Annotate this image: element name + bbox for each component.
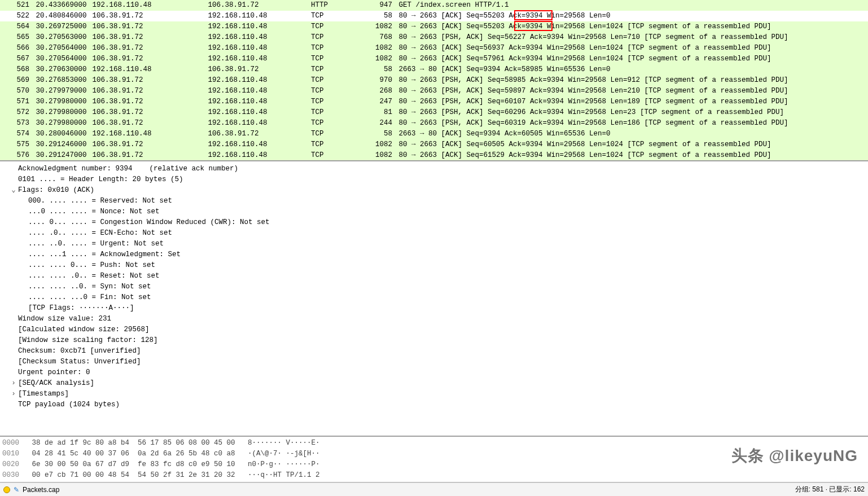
col-info: 80 → 2663 [PSH, ACK] Seq=59897 Ack=9394 …	[392, 86, 868, 96]
hex-offset: 0000	[2, 439, 32, 447]
packet-row[interactable]: 569 30.276853000 106.38.91.72 192.168.11…	[0, 75, 868, 86]
col-protocol: TCP	[300, 96, 365, 107]
col-source: 106.38.91.72	[86, 75, 201, 86]
detail-line[interactable]: [Window size scaling factor: 128]	[8, 335, 863, 346]
packet-row[interactable]: 522 20.480846000 106.38.91.72 192.168.11…	[0, 11, 868, 21]
col-info: 2663 → 80 [ACK] Seq=9394 Ack=60505 Win=6…	[392, 129, 868, 139]
detail-line[interactable]: .... .0.. .... = ECN-Echo: Not set	[8, 228, 863, 239]
detail-line[interactable]: .... 0... .... = Congestion Window Reduc…	[8, 217, 863, 228]
col-no: 567	[5, 54, 29, 64]
col-destination: 192.168.110.48	[201, 21, 300, 32]
col-protocol: TCP	[300, 75, 365, 86]
col-no: 576	[5, 150, 29, 161]
detail-line[interactable]: ...0 .... .... = Nonce: Not set	[8, 207, 863, 217]
col-time: 30.270564000	[29, 54, 86, 64]
detail-text: TCP payload (1024 bytes)	[18, 400, 120, 410]
col-destination: 192.168.110.48	[201, 118, 300, 129]
col-destination: 192.168.110.48	[201, 11, 300, 21]
detail-line[interactable]: 000. .... .... = Reserved: Not set	[8, 196, 863, 207]
col-time: 30.279980000	[29, 96, 86, 107]
packet-row[interactable]: 565 30.270563000 106.38.91.72 192.168.11…	[0, 32, 868, 43]
status-bar: ✎ Packets.cap 分组: 581 · 已显示: 162	[0, 482, 868, 496]
col-destination: 192.168.110.48	[201, 139, 300, 150]
col-info: 2663 → 80 [ACK] Seq=9394 Ack=58985 Win=6…	[392, 64, 868, 75]
col-length: 268	[365, 86, 392, 96]
col-protocol: TCP	[300, 139, 365, 150]
detail-line[interactable]: 0101 .... = Header Length: 20 bytes (5)	[8, 174, 863, 185]
hex-ascii: ·(A\@·7· ·-j&[H··	[248, 450, 320, 458]
detail-line[interactable]: [Calculated window size: 29568]	[8, 324, 863, 335]
col-no: 568	[5, 64, 29, 75]
col-protocol: TCP	[300, 86, 365, 96]
detail-line[interactable]: Window size value: 231	[8, 314, 863, 324]
col-protocol: TCP	[300, 32, 365, 43]
detail-line[interactable]: ›[SEQ/ACK analysis]	[8, 378, 863, 389]
col-length: 247	[365, 96, 392, 107]
hex-ascii: 8······· V·····E·	[248, 439, 320, 447]
col-time: 30.270564000	[29, 43, 86, 54]
detail-line[interactable]: Urgent pointer: 0	[8, 367, 863, 378]
packet-row[interactable]: 570 30.279979000 106.38.91.72 192.168.11…	[0, 86, 868, 96]
detail-line[interactable]: Acknowledgment number: 9394 (relative ac…	[8, 164, 863, 174]
col-info: 80 → 2663 [ACK] Seq=55203 Ack=9394 Win=2…	[392, 11, 868, 21]
expand-icon[interactable]: ›	[10, 378, 17, 389]
detail-line[interactable]: .... .... .0.. = Reset: Not set	[8, 271, 863, 282]
col-no: 522	[5, 11, 29, 21]
packet-list-pane[interactable]: 521 20.433669000 192.168.110.48 106.38.9…	[0, 0, 868, 161]
detail-line[interactable]: .... .... ..0. = Syn: Not set	[8, 282, 863, 292]
col-info: 80 → 2663 [PSH, ACK] Seq=58985 Ack=9394 …	[392, 75, 868, 86]
col-info: 80 → 2663 [PSH, ACK] Seq=60107 Ack=9394 …	[392, 96, 868, 107]
detail-line[interactable]: .... ...1 .... = Acknowledgment: Set	[8, 249, 863, 260]
detail-text: .... 0... .... = Congestion Window Reduc…	[28, 217, 270, 228]
packet-details-pane[interactable]: Acknowledgment number: 9394 (relative ac…	[0, 161, 868, 437]
col-source: 106.38.91.72	[86, 139, 201, 150]
packet-row[interactable]: 568 30.270630000 192.168.110.48 106.38.9…	[0, 64, 868, 75]
packet-row[interactable]: 573 30.279980000 106.38.91.72 192.168.11…	[0, 118, 868, 129]
detail-text: [SEQ/ACK analysis]	[18, 378, 94, 389]
col-length: 1082	[365, 54, 392, 64]
detail-line[interactable]: .... .... 0... = Push: Not set	[8, 260, 863, 271]
packet-row[interactable]: 572 30.279980000 106.38.91.72 192.168.11…	[0, 107, 868, 118]
hex-row[interactable]: 0020 6e 30 00 50 0a 67 d7 d9 fe 83 fc d8…	[2, 459, 866, 470]
detail-text: .... ...1 .... = Acknowledgment: Set	[28, 249, 181, 260]
detail-text: Acknowledgment number: 9394 (relative ac…	[18, 164, 238, 174]
packet-row[interactable]: 571 30.279980000 106.38.91.72 192.168.11…	[0, 96, 868, 107]
col-info: 80 → 2663 [ACK] Seq=61529 Ack=9394 Win=2…	[392, 150, 868, 161]
detail-line[interactable]: [TCP Flags: ·······A····]	[8, 303, 863, 314]
detail-line[interactable]: ›[Timestamps]	[8, 389, 863, 400]
col-protocol: TCP	[300, 43, 365, 54]
col-source: 106.38.91.72	[86, 11, 201, 21]
col-length: 1082	[365, 21, 392, 32]
collapse-icon[interactable]: ⌄	[10, 185, 17, 196]
hex-row[interactable]: 0030 00 e7 cb 71 00 00 48 54 54 50 2f 31…	[2, 470, 866, 481]
col-info: 80 → 2663 [ACK] Seq=57961 Ack=9394 Win=2…	[392, 54, 868, 64]
expand-icon[interactable]: ›	[10, 389, 17, 400]
packet-row[interactable]: 564 30.269725000 106.38.91.72 192.168.11…	[0, 21, 868, 32]
packet-row[interactable]: 521 20.433669000 192.168.110.48 106.38.9…	[0, 0, 868, 11]
packet-row[interactable]: 566 30.270564000 106.38.91.72 192.168.11…	[0, 43, 868, 54]
packet-row[interactable]: 576 30.291247000 106.38.91.72 192.168.11…	[0, 150, 868, 161]
detail-text: ...0 .... .... = Nonce: Not set	[28, 207, 160, 217]
packet-bytes-pane[interactable]: 0000 38 de ad 1f 9c 80 a8 b4 56 17 85 06…	[0, 437, 868, 482]
col-info: GET /index.screen HTTP/1.1	[392, 0, 868, 11]
col-destination: 192.168.110.48	[201, 43, 300, 54]
detail-line[interactable]: TCP payload (1024 bytes)	[8, 400, 863, 410]
detail-line[interactable]: [Checksum Status: Unverified]	[8, 357, 863, 367]
detail-text: Urgent pointer: 0	[18, 367, 90, 378]
hex-bytes: 00 e7 cb 71 00 00 48 54 54 50 2f 31 2e 3…	[32, 471, 248, 479]
col-no: 521	[5, 0, 29, 11]
packet-row[interactable]: 574 30.280046000 192.168.110.48 106.38.9…	[0, 129, 868, 139]
packet-row[interactable]: 567 30.270564000 106.38.91.72 192.168.11…	[0, 54, 868, 64]
hex-row[interactable]: 0010 04 28 41 5c 40 00 37 06 0a 2d 6a 26…	[2, 449, 866, 459]
col-no: 565	[5, 32, 29, 43]
detail-line[interactable]: .... .... ...0 = Fin: Not set	[8, 292, 863, 303]
detail-line[interactable]: .... ..0. .... = Urgent: Not set	[8, 239, 863, 249]
detail-line[interactable]: ⌄Flags: 0x010 (ACK)	[8, 185, 863, 196]
hex-row[interactable]: 0000 38 de ad 1f 9c 80 a8 b4 56 17 85 06…	[2, 438, 866, 449]
col-info: 80 → 2663 [PSH, ACK] Seq=60296 Ack=9394 …	[392, 107, 868, 118]
edit-icon: ✎	[14, 486, 19, 494]
col-length: 81	[365, 107, 392, 118]
packet-row[interactable]: 575 30.291246000 106.38.91.72 192.168.11…	[0, 139, 868, 150]
col-time: 30.291246000	[29, 139, 86, 150]
detail-line[interactable]: Checksum: 0xcb71 [unverified]	[8, 346, 863, 357]
